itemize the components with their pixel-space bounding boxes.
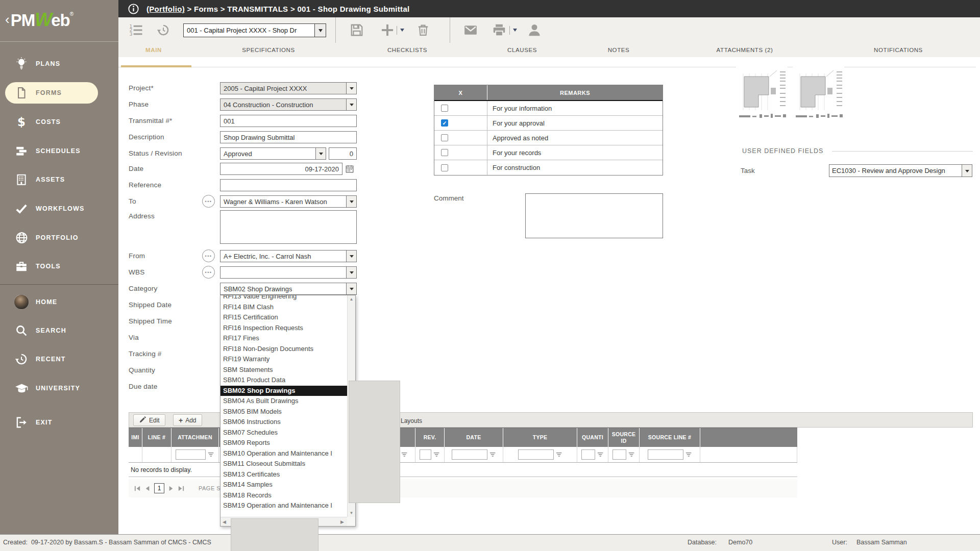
pager-first-button[interactable]: [134, 485, 141, 492]
grid-column-header-date[interactable]: DATE: [445, 428, 503, 447]
grid-filter-input[interactable]: [518, 449, 554, 460]
grid-column-header-source-id[interactable]: SOURCE ID: [608, 428, 640, 447]
remarks-checkbox[interactable]: ✓: [441, 119, 448, 127]
category-option[interactable]: SBM11 Closeout Submittals: [220, 459, 347, 469]
category-option[interactable]: RFI16 Inspection Requests: [220, 323, 347, 334]
print-dropdown-arrow[interactable]: [513, 29, 517, 34]
sidebar-collapse-chevron[interactable]: ‹: [5, 12, 10, 27]
pager-last-button[interactable]: [177, 485, 185, 492]
comment-textarea[interactable]: [525, 193, 663, 238]
project-select[interactable]: 2005 - Capital Project XXXX: [220, 82, 357, 94]
grid-column-header-attachmen[interactable]: ATTACHMEN: [172, 428, 219, 447]
category-option[interactable]: RFI17 Fines: [220, 333, 347, 344]
pager-page-number[interactable]: 1: [154, 483, 164, 493]
pager-prev-button[interactable]: [144, 485, 152, 492]
grid-column-header-source-line[interactable]: SOURCE LINE #: [640, 428, 700, 447]
tab-main[interactable]: MAIN: [145, 47, 162, 53]
grid-column-header[interactable]: [700, 428, 797, 447]
category-dropdown-button[interactable]: [346, 283, 356, 294]
sidebar-item-search[interactable]: SEARCH: [0, 316, 118, 345]
remarks-checkbox[interactable]: [441, 134, 448, 141]
grid-column-header-type[interactable]: TYPE: [503, 428, 577, 447]
email-icon[interactable]: [463, 22, 478, 38]
grid-filter-input[interactable]: [176, 449, 206, 460]
sidebar-item-university[interactable]: UNIVERSITY: [0, 374, 118, 403]
revision-input[interactable]: 0: [329, 147, 357, 160]
dropdown-vertical-scrollbar[interactable]: ▲ ▼: [347, 295, 355, 517]
tab-checklists[interactable]: CHECKLISTS: [387, 47, 427, 53]
remarks-checkbox[interactable]: [441, 149, 448, 156]
sidebar-item-forms[interactable]: FORMS: [0, 79, 118, 107]
sidebar-item-workflows[interactable]: WORKFLOWS: [0, 194, 118, 223]
from-lookup-button[interactable]: •••: [202, 249, 215, 262]
wbs-lookup-button[interactable]: •••: [202, 266, 215, 279]
breadcrumb-portfolio-link[interactable]: (Portfolio): [146, 5, 185, 13]
description-input[interactable]: Shop Drawing Submittal: [220, 131, 357, 143]
tab-attachments-2[interactable]: ATTACHMENTS (2): [717, 47, 773, 53]
category-option[interactable]: SBM04 As Built Drawings: [220, 396, 347, 407]
address-textarea[interactable]: [220, 210, 357, 244]
grid-filter-input[interactable]: [581, 449, 595, 460]
from-select[interactable]: A+ Electric, Inc. - Carrol Nash: [220, 250, 357, 262]
record-list-icon[interactable]: 123: [128, 22, 143, 38]
scroll-left-arrow[interactable]: ◀: [223, 518, 226, 526]
grid-filter-input[interactable]: [420, 449, 431, 460]
category-option[interactable]: SBM05 BIM Models: [220, 407, 347, 417]
category-option[interactable]: SBM01 Product Data: [220, 375, 347, 386]
filter-icon[interactable]: [489, 452, 496, 458]
grid-edit-button[interactable]: Edit: [133, 414, 165, 426]
filter-icon[interactable]: [556, 452, 562, 458]
phase-select[interactable]: 04 Construction - Construction: [220, 98, 357, 111]
filter-icon[interactable]: [628, 452, 635, 458]
tab-specifications[interactable]: SPECIFICATIONS: [242, 47, 295, 53]
category-option[interactable]: SBM09 Reports: [220, 438, 347, 448]
remarks-checkbox[interactable]: [441, 164, 448, 171]
grid-filter-input[interactable]: [648, 449, 683, 460]
to-select[interactable]: Wagner & Williams - Karen Watson: [220, 195, 357, 208]
category-option[interactable]: RFI15 Certification: [220, 312, 347, 323]
grid-add-button[interactable]: +Add: [173, 414, 202, 426]
record-selector[interactable]: 001 - Capital Project XXXX - Shop Dr: [183, 23, 326, 37]
filter-icon[interactable]: [597, 452, 604, 458]
category-option[interactable]: RFI14 BIM Clash: [220, 302, 347, 313]
wbs-dropdown-button[interactable]: [346, 267, 356, 278]
sidebar-item-costs[interactable]: $COSTS: [0, 108, 118, 136]
category-option[interactable]: SBM02 Shop Drawings: [220, 386, 347, 396]
scroll-up-arrow[interactable]: ▲: [348, 297, 355, 302]
filter-icon[interactable]: [208, 452, 214, 458]
drawing-thumbnail-2[interactable]: [793, 66, 844, 123]
sidebar-item-exit[interactable]: EXIT: [0, 408, 118, 437]
grid-column-header-rev[interactable]: REV.: [415, 428, 445, 447]
tab-notifications[interactable]: NOTIFICATIONS: [874, 47, 923, 53]
task-select[interactable]: EC1030 - Review and Approve Design: [829, 164, 972, 177]
to-dropdown-button[interactable]: [346, 196, 356, 207]
sidebar-item-tools[interactable]: TOOLS: [0, 252, 118, 281]
category-option[interactable]: RFI13 Value Engineering: [220, 295, 347, 302]
sidebar-item-plans[interactable]: PLANS: [0, 49, 118, 78]
remarks-checkbox[interactable]: [441, 105, 448, 112]
user-icon[interactable]: [527, 22, 542, 38]
sidebar-item-portfolio[interactable]: PORTFOLIO: [0, 223, 118, 252]
category-option[interactable]: SBM10 Operation and Maintenance I: [220, 448, 347, 459]
category-option[interactable]: SBM Statements: [220, 365, 347, 375]
transmittal-input[interactable]: 001: [220, 115, 357, 127]
tab-clauses[interactable]: CLAUSES: [507, 47, 537, 53]
sidebar-item-assets[interactable]: ASSETS: [0, 165, 118, 194]
category-option[interactable]: SBM07 Schedules: [220, 428, 347, 438]
delete-icon[interactable]: [416, 23, 430, 37]
filter-icon[interactable]: [433, 452, 440, 458]
project-dropdown-button[interactable]: [346, 83, 356, 94]
to-lookup-button[interactable]: •••: [202, 195, 215, 208]
pager-next-button[interactable]: [167, 485, 175, 492]
grid-filter-input[interactable]: [452, 449, 487, 460]
sidebar-item-schedules[interactable]: SCHEDULES: [0, 137, 118, 165]
sidebar-item-recent[interactable]: RECENT: [0, 345, 118, 373]
filter-icon[interactable]: [401, 452, 408, 458]
phase-dropdown-button[interactable]: [346, 99, 356, 110]
grid-filter-input[interactable]: [612, 449, 626, 460]
add-dropdown-arrow[interactable]: [400, 29, 404, 34]
print-icon[interactable]: [492, 22, 507, 38]
scroll-down-arrow[interactable]: ▼: [348, 511, 355, 515]
category-option[interactable]: SBM06 Instructions: [220, 417, 347, 428]
pmweb-logo[interactable]: ‹PMWeb®: [0, 0, 118, 41]
